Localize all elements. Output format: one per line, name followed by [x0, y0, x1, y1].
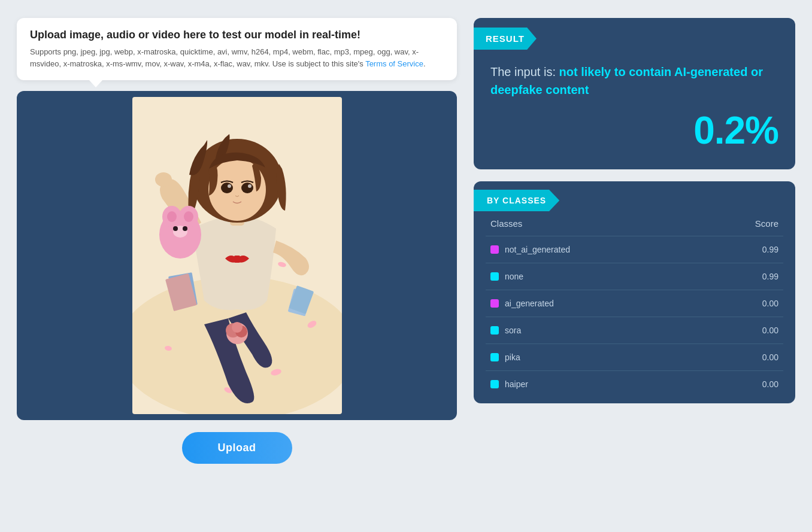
classes-body[interactable]: Classes Score not_ai_generated 0.99 non	[474, 211, 795, 403]
table-row: pika 0.00	[486, 344, 783, 371]
svg-rect-8	[234, 256, 240, 263]
table-row: not_ai_generated 0.99	[486, 236, 783, 263]
svg-point-14	[241, 183, 253, 193]
class-score: 0.00	[703, 371, 783, 398]
class-color-dot	[490, 380, 499, 388]
table-row: none 0.99	[486, 263, 783, 290]
classes-card-header: BY CLASSES	[474, 181, 795, 211]
svg-point-21	[184, 211, 193, 222]
tooltip-title: Upload image, audio or video here to tes…	[30, 29, 444, 41]
table-row: ai_generated 0.00	[486, 290, 783, 317]
class-score: 0.99	[703, 236, 783, 263]
class-score: 0.00	[703, 290, 783, 317]
upload-button[interactable]: Upload	[182, 432, 292, 464]
tooltip-desc: Supports png, jpeg, jpg, webp, x-matrosk…	[30, 46, 444, 69]
class-score: 0.00	[703, 317, 783, 344]
result-body: The input is: not likely to contain AI-g…	[474, 50, 795, 169]
result-badge: RESULT	[474, 28, 537, 50]
result-prefix: The input is:	[490, 65, 559, 78]
col-header-classes: Classes	[486, 211, 703, 236]
svg-point-13	[221, 183, 233, 193]
svg-point-15	[228, 184, 231, 188]
class-color-dot	[490, 326, 499, 335]
class-name: sora	[505, 326, 521, 335]
anime-illustration	[132, 97, 342, 414]
class-color-dot	[490, 353, 499, 361]
class-name: haiper	[505, 379, 528, 389]
svg-point-20	[167, 211, 177, 222]
class-color-dot	[490, 245, 499, 254]
class-score: 0.99	[703, 263, 783, 290]
result-card: RESULT The input is: not likely to conta…	[474, 18, 795, 169]
class-name: none	[505, 272, 523, 281]
class-name-cell: none	[486, 263, 703, 290]
class-score: 0.00	[703, 344, 783, 371]
class-color-dot	[490, 272, 499, 281]
classes-card: BY CLASSES Classes Score not_ai_generate…	[474, 181, 795, 403]
table-row: haiper 0.00	[486, 371, 783, 398]
class-name: ai_generated	[505, 299, 554, 308]
class-name: pika	[505, 352, 520, 362]
result-text: The input is: not likely to contain AI-g…	[490, 63, 778, 99]
result-card-header: RESULT	[474, 18, 795, 50]
result-percentage: 0.2%	[490, 108, 778, 153]
class-color-dot	[490, 299, 499, 308]
tooltip-desc-text: Supports png, jpeg, jpg, webp, x-matrosk…	[30, 47, 419, 68]
class-name-cell: ai_generated	[486, 290, 703, 317]
class-name-cell: sora	[486, 317, 703, 344]
classes-table: Classes Score not_ai_generated 0.99 non	[486, 211, 783, 397]
upload-tooltip: Upload image, audio or video here to tes…	[17, 18, 457, 80]
classes-badge: BY CLASSES	[474, 190, 559, 211]
main-container: Upload image, audio or video here to tes…	[17, 18, 795, 464]
svg-point-23	[173, 226, 178, 231]
class-name-cell: not_ai_generated	[486, 236, 703, 263]
svg-point-9	[155, 172, 172, 187]
svg-point-16	[248, 184, 252, 188]
upload-button-area: Upload	[17, 432, 457, 464]
svg-point-30	[232, 322, 243, 333]
svg-point-24	[183, 226, 187, 231]
class-name-cell: haiper	[486, 371, 703, 398]
image-drop-area[interactable]	[17, 91, 457, 420]
right-panel: RESULT The input is: not likely to conta…	[474, 18, 795, 403]
table-row: sora 0.00	[486, 317, 783, 344]
col-header-score: Score	[703, 211, 783, 236]
class-name: not_ai_generated	[505, 245, 570, 254]
class-name-cell: pika	[486, 344, 703, 371]
terms-link[interactable]: Terms of Service	[365, 59, 423, 68]
left-panel: Upload image, audio or video here to tes…	[17, 18, 457, 464]
